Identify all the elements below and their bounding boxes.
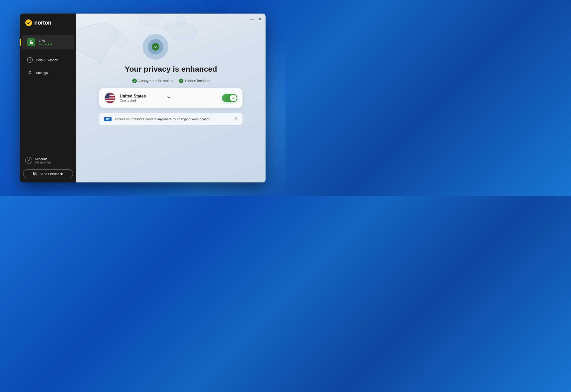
hidden-location-badge: Hidden location xyxy=(179,79,210,83)
connection-status: Connected xyxy=(120,99,162,102)
connection-country: United States xyxy=(120,94,162,99)
content-area: Your privacy is enhanced Anonymous brows… xyxy=(76,14,266,133)
sidebar-item-vpn[interactable]: VPN Connected xyxy=(22,35,74,49)
flag-canton xyxy=(105,93,109,99)
hidden-location-label: Hidden location xyxy=(185,79,210,83)
sidebar-item-help[interactable]: ? Help & Support xyxy=(22,54,74,66)
sidebar-nav: VPN Connected ? Help & Support ⚙ Setting… xyxy=(20,32,76,151)
vpn-nav-text: VPN Connected xyxy=(38,39,52,46)
account-item[interactable]: Account 366 days left xyxy=(23,155,73,166)
close-button[interactable]: ✕ xyxy=(258,17,261,21)
tip-text: Access your favorite content anywhere by… xyxy=(115,117,231,121)
svg-rect-4 xyxy=(34,172,37,175)
sidebar: norton VPN Connected ? xyxy=(20,14,76,182)
toggle-check-icon xyxy=(232,96,235,100)
main-content: — ✕ Your privacy is enhanced Anonymous b… xyxy=(76,14,266,182)
help-icon: ? xyxy=(27,57,33,63)
norton-checkmark-icon xyxy=(25,19,32,26)
hidden-location-check-icon xyxy=(179,79,183,83)
connection-card: United States Connected xyxy=(99,88,243,108)
vpn-nav-sublabel: Connected xyxy=(38,43,52,46)
chevron-down-icon xyxy=(167,95,171,100)
settings-nav-label: Settings xyxy=(36,71,48,75)
toggle-thumb xyxy=(230,95,237,101)
tip-bar: TIP Access your favorite content anywher… xyxy=(99,113,243,125)
vpn-icon xyxy=(27,38,35,46)
country-flag xyxy=(104,92,116,104)
tip-close-button[interactable] xyxy=(234,116,238,122)
anonymous-browsing-label: Anonymous browsing xyxy=(138,79,173,83)
account-text: Account 366 days left xyxy=(35,157,51,164)
connection-info: United States Connected xyxy=(120,94,162,102)
privacy-badges: Anonymous browsing Hidden location xyxy=(132,79,210,83)
window-controls: — ✕ xyxy=(250,17,261,21)
tip-badge: TIP xyxy=(104,117,112,121)
privacy-title: Your privacy is enhanced xyxy=(125,65,217,73)
svg-point-3 xyxy=(28,159,29,160)
us-flag xyxy=(105,93,115,103)
send-feedback-button[interactable]: Send Feedback xyxy=(23,169,73,178)
account-label: Account xyxy=(35,157,51,161)
minimize-button[interactable]: — xyxy=(250,17,254,21)
sidebar-item-settings[interactable]: ⚙ Settings xyxy=(22,67,74,79)
settings-icon: ⚙ xyxy=(27,70,33,75)
help-nav-label: Help & Support xyxy=(36,58,58,62)
feedback-icon xyxy=(33,172,37,176)
svg-point-0 xyxy=(25,19,32,26)
account-icon xyxy=(25,157,32,164)
vpn-nav-label: VPN xyxy=(38,39,52,43)
sidebar-logo: norton xyxy=(20,14,76,32)
account-sublabel: 366 days left xyxy=(35,161,51,164)
anonymous-browsing-badge: Anonymous browsing xyxy=(132,79,173,83)
vpn-toggle[interactable] xyxy=(222,94,237,102)
norton-logo-text: norton xyxy=(34,19,51,26)
anonymous-check-icon xyxy=(132,79,137,83)
svg-point-2 xyxy=(31,43,32,43)
app-window: norton VPN Connected ? xyxy=(20,14,266,182)
location-dropdown-button[interactable] xyxy=(167,95,171,101)
feedback-label: Send Feedback xyxy=(39,172,63,176)
close-icon xyxy=(234,116,238,121)
sidebar-bottom: Account 366 days left Send Feedback xyxy=(20,151,76,182)
